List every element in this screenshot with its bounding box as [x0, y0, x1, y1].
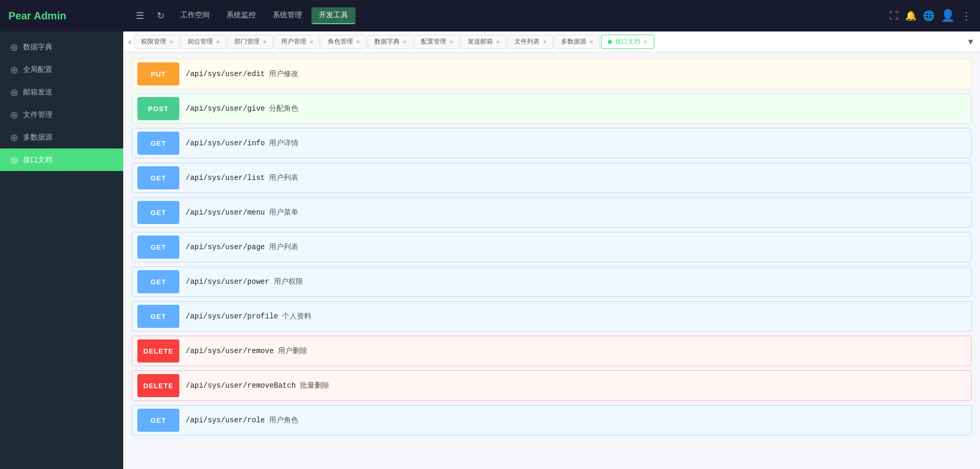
- method-badge: DELETE: [137, 339, 179, 363]
- api-entry--api-sys-user-give[interactable]: POST /api/sys/user/give 分配角色: [132, 93, 972, 124]
- sidebar-label: 多数据源: [23, 133, 52, 142]
- api-desc: 个人资料: [282, 312, 311, 321]
- api-path: /api/sys/user/menu: [186, 208, 265, 217]
- sidebar-item-接口文档[interactable]: ◎接口文档: [0, 148, 123, 171]
- header-nav-item-系统管理[interactable]: 系统管理: [265, 7, 309, 24]
- api-path: /api/sys/user/remove: [186, 347, 274, 355]
- sidebar-item-多数据源[interactable]: ◎多数据源: [0, 126, 123, 148]
- sidebar-item-邮箱发送[interactable]: ◎邮箱发送: [0, 81, 123, 103]
- tabs-prev-btn[interactable]: ‹: [125, 31, 134, 52]
- tab-label: 文件列表: [514, 37, 540, 46]
- header-nav: ☰ ↻ 工作空间系统监控系统管理开发工具: [132, 7, 889, 24]
- tab-用户管理[interactable]: 用户管理×: [274, 35, 320, 49]
- tab-close-btn[interactable]: ×: [449, 38, 453, 46]
- api-path: /api/sys/user/power: [186, 278, 270, 286]
- globe-icon[interactable]: 🌐: [923, 10, 934, 22]
- tab-label: 发送邮箱: [468, 37, 493, 46]
- api-path: /api/sys/user/role: [186, 416, 265, 424]
- method-badge: POST: [137, 97, 179, 120]
- method-badge: PUT: [137, 62, 179, 86]
- tab-岗位管理[interactable]: 岗位管理×: [181, 35, 227, 49]
- tab-角色管理[interactable]: 角色管理×: [321, 35, 367, 49]
- tab-文件列表[interactable]: 文件列表×: [508, 35, 553, 49]
- refresh-icon[interactable]: ↻: [153, 9, 169, 23]
- api-entry--api-sys-user-role[interactable]: GET /api/sys/user/role 用户角色: [132, 405, 972, 435]
- api-entry--api-sys-user-removeBatch[interactable]: DELETE /api/sys/user/removeBatch 批量删除: [132, 370, 972, 401]
- api-entry--api-sys-user-info[interactable]: GET /api/sys/user/info 用户详情: [132, 128, 972, 158]
- api-desc: 分配角色: [269, 104, 298, 113]
- method-badge: GET: [137, 201, 179, 224]
- tab-close-btn[interactable]: ×: [496, 38, 500, 46]
- tabs-bar: ‹ 权限管理×岗位管理×部门管理×用户管理×角色管理×数据字典×配置管理×发送邮…: [123, 31, 980, 52]
- tab-权限管理[interactable]: 权限管理×: [134, 35, 180, 49]
- api-entry--api-sys-user-edit[interactable]: PUT /api/sys/user/edit 用户修改: [132, 59, 972, 89]
- api-desc: 用户列表: [269, 242, 298, 252]
- api-content: PUT /api/sys/user/edit 用户修改 POST /api/sy…: [123, 52, 980, 469]
- sidebar: ◎数据字典◎全局配置◎邮箱发送◎文件管理◎多数据源◎接口文档: [0, 31, 123, 469]
- main-layout: ◎数据字典◎全局配置◎邮箱发送◎文件管理◎多数据源◎接口文档 ‹ 权限管理×岗位…: [0, 31, 980, 469]
- tab-label: 权限管理: [141, 37, 166, 46]
- api-path: /api/sys/user/profile: [186, 312, 278, 321]
- tab-label: 岗位管理: [188, 37, 213, 46]
- api-entry--api-sys-user-profile[interactable]: GET /api/sys/user/profile 个人资料: [132, 301, 972, 332]
- sidebar-item-文件管理[interactable]: ◎文件管理: [0, 103, 123, 126]
- api-desc: 用户角色: [269, 415, 298, 425]
- menu-icon[interactable]: ☰: [132, 9, 148, 23]
- tab-close-btn[interactable]: ×: [309, 38, 313, 46]
- tab-active-dot: [608, 40, 612, 44]
- api-entry--api-sys-user-list[interactable]: GET /api/sys/user/list 用户列表: [132, 163, 972, 193]
- tabs-more-btn[interactable]: ▼: [963, 37, 978, 47]
- header-nav-item-系统监控[interactable]: 系统监控: [219, 7, 263, 24]
- header-nav-item-开发工具[interactable]: 开发工具: [311, 7, 356, 24]
- header: Pear Admin ☰ ↻ 工作空间系统监控系统管理开发工具 ⛶ 🔔 🌐 👤 …: [0, 0, 980, 31]
- api-desc: 批量删除: [300, 381, 329, 390]
- api-entry--api-sys-user-page[interactable]: GET /api/sys/user/page 用户列表: [132, 232, 972, 262]
- tab-close-btn[interactable]: ×: [403, 38, 406, 46]
- method-badge: GET: [137, 236, 179, 259]
- api-entry--api-sys-user-menu[interactable]: GET /api/sys/user/menu 用户菜单: [132, 197, 972, 228]
- tab-label: 数据字典: [374, 37, 400, 46]
- api-path: /api/sys/user/removeBatch: [186, 381, 296, 390]
- sidebar-item-全局配置[interactable]: ◎全局配置: [0, 58, 123, 81]
- api-desc: 用户列表: [269, 173, 298, 183]
- tab-数据字典[interactable]: 数据字典×: [368, 35, 413, 49]
- tab-close-btn[interactable]: ×: [169, 38, 173, 46]
- api-desc: 用户菜单: [269, 208, 298, 217]
- api-path: /api/sys/user/give: [186, 104, 265, 113]
- app-logo: Pear Admin: [8, 10, 132, 22]
- tab-label: 角色管理: [328, 37, 353, 46]
- tab-label: 接口文档: [615, 37, 640, 46]
- header-nav-item-工作空间[interactable]: 工作空间: [173, 7, 217, 24]
- tab-部门管理[interactable]: 部门管理×: [228, 35, 273, 49]
- tab-close-btn[interactable]: ×: [356, 38, 360, 46]
- api-entry--api-sys-user-remove[interactable]: DELETE /api/sys/user/remove 用户删除: [132, 336, 972, 366]
- tab-label: 部门管理: [234, 37, 260, 46]
- fullscreen-icon[interactable]: ⛶: [889, 10, 899, 22]
- api-desc: 用户详情: [269, 138, 298, 148]
- sidebar-label: 全局配置: [23, 65, 52, 74]
- api-path: /api/sys/user/list: [186, 174, 265, 182]
- api-desc: 用户权限: [274, 277, 303, 286]
- sidebar-label: 邮箱发送: [23, 88, 52, 97]
- sidebar-icon: ◎: [10, 42, 18, 52]
- sidebar-icon: ◎: [10, 110, 18, 120]
- tab-close-btn[interactable]: ×: [643, 38, 647, 46]
- tab-配置管理[interactable]: 配置管理×: [414, 35, 460, 49]
- tab-close-btn[interactable]: ×: [216, 38, 220, 46]
- more-icon[interactable]: ⋮: [961, 9, 972, 22]
- bell-icon[interactable]: 🔔: [905, 10, 917, 22]
- tab-close-btn[interactable]: ×: [263, 38, 266, 46]
- tab-接口文档[interactable]: 接口文档×: [601, 35, 654, 49]
- api-path: /api/sys/user/info: [186, 139, 265, 147]
- user-avatar[interactable]: 👤: [941, 9, 955, 23]
- api-entry--api-sys-user-power[interactable]: GET /api/sys/user/power 用户权限: [132, 267, 972, 297]
- tab-close-btn[interactable]: ×: [589, 38, 593, 46]
- tab-发送邮箱[interactable]: 发送邮箱×: [461, 35, 507, 49]
- tab-多数据源[interactable]: 多数据源×: [554, 35, 600, 49]
- method-badge: GET: [137, 132, 179, 155]
- method-badge: GET: [137, 305, 179, 328]
- sidebar-icon: ◎: [10, 132, 18, 142]
- api-path: /api/sys/user/edit: [186, 70, 265, 78]
- sidebar-item-数据字典[interactable]: ◎数据字典: [0, 36, 123, 58]
- tab-close-btn[interactable]: ×: [543, 38, 546, 46]
